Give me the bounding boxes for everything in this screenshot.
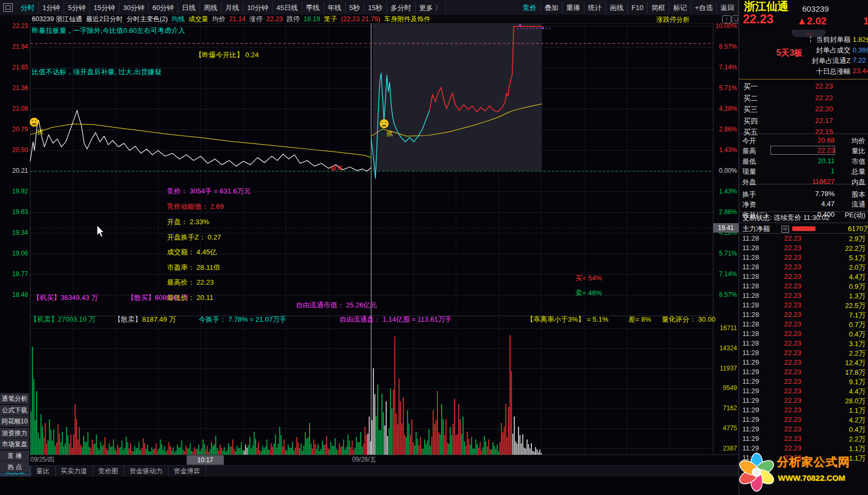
toolbar-action-统计[interactable]: 统计 (584, 2, 606, 14)
tick-row[interactable]: 11:2822.232.0万 (739, 263, 868, 272)
stat-label-secondary[interactable]: PE(动) (819, 210, 865, 220)
toolbar-period-多分时[interactable]: 多分时 (387, 2, 416, 14)
toolbar-period-30分钟[interactable]: 30分钟 (119, 2, 148, 14)
tick-row[interactable]: 11:2922.239.1万 (739, 377, 868, 387)
tick-row[interactable]: 11:2822.233.1万 (739, 339, 868, 349)
tick-row[interactable]: 11:2822.231.3万 (739, 291, 868, 301)
seal-row-value: 0.39倍 (853, 46, 868, 55)
tick-row[interactable]: 11:2822.237.1万 (739, 311, 868, 320)
toolbar-period-周线[interactable]: 周线 (200, 2, 222, 14)
sidebar-item-市场复盘[interactable]: 市场复盘 (0, 439, 29, 450)
tick-row[interactable]: 11:2922.232.2万 (739, 435, 868, 444)
toolbar-action-标记[interactable]: 标记 (669, 2, 691, 14)
stat-label-secondary[interactable]: 均价 (819, 136, 865, 146)
limit-analysis-link[interactable]: 涨跌停分析 (656, 16, 690, 24)
tick-time: 11:29 (742, 368, 759, 376)
toolbar-period-15分钟[interactable]: 15分钟 (90, 2, 119, 14)
seal-row-value: 1.82亿 (853, 35, 868, 45)
stat-label: 换手 (742, 190, 756, 199)
bottom-tab-竞价图[interactable]: 竞价图 (93, 466, 125, 477)
toolbar-period-5秒[interactable]: 5秒 (346, 2, 364, 14)
volume-axis-label: 16711 (712, 324, 737, 332)
tick-price: 22.23 (777, 358, 808, 366)
toolbar-period-季线[interactable]: 季线 (302, 2, 324, 14)
stat-label-secondary[interactable]: 内盘 (819, 178, 865, 187)
seal-row-label: 当前封单额 (792, 35, 851, 45)
toolbar-action-画线[interactable]: 画线 (606, 2, 628, 14)
percent-axis-label: 5.71% (712, 250, 737, 257)
chart-annotation: 卖= 46% (575, 288, 602, 298)
chart-annotation: 开盘换手Z： 0.27 (167, 233, 221, 242)
toolbar-period-1分钟[interactable]: 1分钟 (39, 2, 64, 14)
stat-label-secondary[interactable]: 总量 (819, 167, 865, 176)
tick-row[interactable]: 11:2822.230.9万 (739, 282, 868, 291)
tick-row[interactable]: 11:2922.230.4万 (739, 425, 868, 435)
tick-price: 22.23 (777, 387, 808, 395)
toolbar-action-+自选[interactable]: +自选 (691, 2, 717, 14)
tick-time: 11:29 (742, 406, 759, 414)
stat-label-secondary[interactable]: 量比 (819, 146, 865, 156)
tick-row[interactable]: 11:2822.234.4万 (739, 272, 868, 282)
stat-label-secondary[interactable]: 股本 (819, 190, 865, 199)
percent-axis-label: 4.28% (712, 105, 737, 112)
toolbar-action-叠加[interactable]: 叠加 (541, 2, 563, 14)
tick-row[interactable]: 11:2922.2328.0万 (739, 396, 868, 406)
tick-row[interactable]: 11:2922.231.1万 (739, 406, 868, 416)
sidebar-item-同花顺10[interactable]: 同花顺10 (0, 416, 29, 427)
chart-annotation: 自由流通盘： 1.14亿股 ≈ 113.61万手 (339, 315, 452, 324)
toolbar-period-60分钟[interactable]: 60分钟 (148, 2, 178, 14)
infobar-segment: 均线 (171, 15, 185, 24)
toolbar-period-日线[interactable]: 日线 (178, 2, 200, 14)
sidebar-item-直播[interactable]: 直 播 (0, 450, 29, 462)
toolbar-period-月线[interactable]: 月线 (222, 2, 243, 14)
toolbar-action-竞价[interactable]: 竞价 (519, 2, 541, 14)
tick-row[interactable]: 11:2922.234.4万 (739, 387, 868, 396)
chart-annotation: 【机买】36349.43 万 (33, 293, 98, 303)
sidebar-item-游资接力[interactable]: 游资接力 (0, 428, 29, 439)
chart-annotation: 吸筹 (331, 164, 343, 172)
toolbar-period-15秒[interactable]: 15秒 (364, 2, 387, 14)
sidebar-item-热点[interactable]: 热 点 (0, 462, 29, 473)
bottom-tab-资金驱动力[interactable]: 资金驱动力 (124, 466, 169, 477)
bottom-tab-买卖力道[interactable]: 买卖力道 (56, 466, 93, 477)
quote-panel: 浙江仙通 603239 22.23 ▲2.02 1 ︿ 5天3板 ¦ 交易状态:… (739, 0, 868, 495)
list-icon[interactable] (782, 226, 789, 233)
toolbar-action-重播[interactable]: 重播 (563, 2, 584, 14)
tick-row[interactable]: 11:2822.235.1万 (739, 253, 868, 263)
tick-row[interactable]: 11:2822.2322.2万 (739, 244, 868, 253)
tick-row[interactable]: 11:2822.2322.5万 (739, 301, 868, 311)
toolbar-action-返回[interactable]: 返回 (717, 2, 739, 14)
toolbar-period-10分钟[interactable]: 10分钟 (243, 2, 273, 14)
toolbar-period-45日线[interactable]: 45日线 (273, 2, 302, 14)
price-axis-label: 19.92 (0, 188, 28, 195)
bottom-tab-资金博弈[interactable]: 资金博弈 (169, 466, 206, 477)
bid-level-price: 22.23 (782, 82, 833, 90)
tick-row[interactable]: 11:2922.2317.8万 (739, 368, 868, 377)
tick-row[interactable]: 11:2822.230.4万 (739, 330, 868, 339)
bottom-tab-量比[interactable]: 量比 (31, 466, 56, 477)
tick-row[interactable]: 11:2822.232.2万 (739, 349, 868, 358)
svg-text:✦: ✦ (518, 23, 522, 28)
tick-price: 22.23 (777, 349, 808, 357)
bid-level-label: 买一 (743, 82, 758, 92)
window-grid-icon[interactable] (3, 3, 13, 12)
stat-label-secondary[interactable]: 流通 (819, 200, 865, 209)
chart-annotation: 【机卖】27003.10 万 (30, 315, 95, 324)
toolbar-action-简框[interactable]: 简框 (647, 2, 669, 14)
toolbar-period-分时[interactable]: 分时 (17, 2, 39, 14)
stock-name[interactable]: 浙江仙通 (744, 2, 788, 10)
toolbar-period-5分钟[interactable]: 5分钟 (64, 2, 90, 14)
watermark-site-name: 分析家公式网 (777, 454, 850, 470)
collapse-up-icon[interactable]: ↑ (722, 15, 731, 23)
tick-row[interactable]: 11:2822.230.7万 (739, 320, 868, 330)
sidebar-item-逐笔分析[interactable]: 逐笔分析 (0, 393, 29, 404)
toolbar-period-年线[interactable]: 年线 (324, 2, 346, 14)
main-net-label[interactable]: 主力净额 (742, 225, 770, 233)
sidebar-item-公式下载[interactable]: 公式下载 (0, 405, 29, 416)
toolbar-action-F10[interactable]: F10 (628, 2, 647, 14)
toolbar-period-更多 〉[interactable]: 更多 〉 (416, 2, 446, 14)
tick-row[interactable]: 11:2922.2312.4万 (739, 358, 868, 368)
tick-row[interactable]: 11:2822.232.9万 (739, 234, 868, 244)
stat-label-secondary[interactable]: 市值 (819, 157, 865, 166)
tick-row[interactable]: 11:2922.234.2万 (739, 416, 868, 425)
